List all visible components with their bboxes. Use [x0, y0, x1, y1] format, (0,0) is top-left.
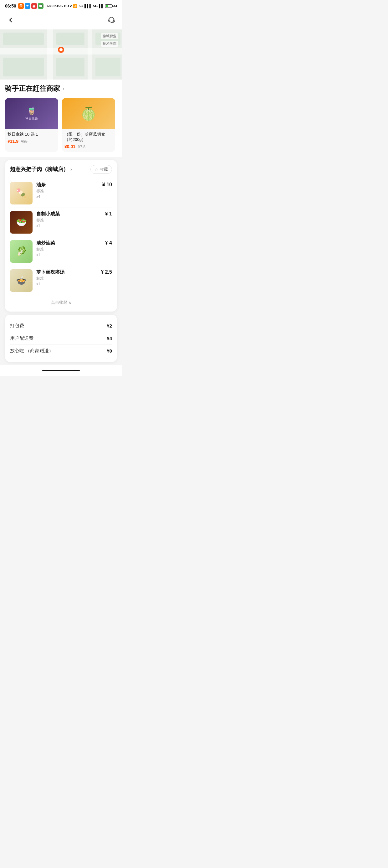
item-image-3: 🍲: [10, 269, 33, 292]
bottom-bar: [0, 365, 122, 376]
svg-rect-12: [95, 58, 121, 76]
order-store[interactable]: 超意兴把子肉（聊城店） ›: [10, 166, 72, 173]
fee-value-0: ¥2: [107, 323, 112, 329]
item-qty-1: x1: [36, 224, 101, 228]
fee-label-2: 放心吃 （商家赠送）: [10, 348, 54, 354]
item-spec-0: 标准: [36, 188, 99, 194]
app-icon-meituan: 美: [18, 3, 24, 9]
item-name-1: 自制小咸菜: [36, 211, 101, 217]
svg-rect-8: [3, 58, 44, 76]
order-item-0: 🍡 油条 标准 x4 ¥ 10: [10, 179, 112, 208]
fee-value-2: ¥0: [107, 348, 112, 353]
promo-info-1: （限一份）哈密瓜切盒（约200g） ¥0.01 ¥7.8: [62, 129, 115, 152]
app-icon-blue: ☂: [25, 3, 30, 9]
favorite-button[interactable]: ☆ 收藏: [90, 165, 112, 174]
fee-value-1: ¥4: [107, 336, 112, 341]
item-image-0: 🍡: [10, 182, 33, 205]
item-name-0: 油条: [36, 182, 99, 188]
signal-5g: 5G: [78, 4, 83, 8]
app-icon-green: 💬: [38, 3, 43, 9]
item-info-3: 萝卜丝疙瘩汤 标准 x1: [36, 269, 97, 286]
item-name-3: 萝卜丝疙瘩汤: [36, 269, 97, 275]
rider-status-text: 骑手正在赶往商家: [5, 84, 60, 93]
promo-scroll: 🧋 秋日拿铁 秋日拿铁 10 选 1 ¥11.9 ¥35 🍈 （限一份）哈密瓜切…: [5, 98, 117, 152]
collapse-label: 点击收起: [51, 300, 67, 305]
fee-row-0: 打包费 ¥2: [10, 320, 112, 332]
item-info-0: 油条 标准 x4: [36, 182, 99, 199]
promo-orig-1: ¥7.8: [78, 145, 86, 149]
back-button[interactable]: [5, 14, 16, 26]
rider-status-bar[interactable]: 骑手正在赶往商家 ›: [0, 80, 122, 98]
status-time: 06:50: [5, 3, 16, 8]
svg-point-0: [109, 17, 114, 22]
battery-percent: 33: [113, 4, 117, 8]
signal-bars: ▌▌▌: [85, 4, 92, 8]
collapse-icon: ∧: [68, 300, 71, 305]
store-chevron: ›: [70, 166, 72, 172]
promo-info-0: 秋日拿铁 10 选 1 ¥11.9 ¥35: [5, 129, 58, 147]
promo-card-1[interactable]: 🍈 （限一份）哈密瓜切盒（约200g） ¥0.01 ¥7.8: [62, 98, 115, 152]
fee-row-1: 用户配送费 ¥4: [10, 332, 112, 345]
svg-rect-10: [56, 58, 85, 76]
chevron-right-icon: ›: [63, 86, 64, 91]
star-icon: ☆: [95, 167, 99, 172]
item-price-3: ¥ 2.5: [101, 269, 112, 275]
status-left: 06:50 美 ☂ ◉ 💬: [5, 3, 43, 9]
signal-5g-2: 5G: [93, 4, 98, 8]
order-card: 超意兴把子肉（聊城店） › ☆ 收藏 🍡 油条 标准 x4 ¥ 10 🥗 自制小…: [5, 160, 117, 312]
app-icon-red: ◉: [31, 3, 37, 9]
home-indicator: [42, 370, 80, 371]
item-price-1: ¥ 1: [105, 211, 112, 217]
network-speed: 68.0 KB/S: [47, 4, 63, 8]
promo-name-1: （限一份）哈密瓜切盒（约200g）: [64, 132, 112, 143]
order-item-3: 🍲 萝卜丝疙瘩汤 标准 x1 ¥ 2.5: [10, 266, 112, 295]
svg-point-14: [60, 48, 63, 51]
fee-section: 打包费 ¥2 用户配送费 ¥4 放心吃 （商家赠送） ¥0: [5, 315, 117, 362]
fee-label-1: 用户配送费: [10, 335, 33, 341]
svg-rect-9: [56, 33, 85, 45]
svg-rect-6: [88, 29, 92, 80]
promo-strip: 🧋 秋日拿铁 秋日拿铁 10 选 1 ¥11.9 ¥35 🍈 （限一份）哈密瓜切…: [0, 98, 122, 157]
favorite-label: 收藏: [100, 166, 108, 172]
item-spec-2: 标准: [36, 247, 101, 252]
item-qty-2: x1: [36, 253, 101, 257]
map-label-1: 聊城职业: [101, 33, 118, 39]
status-app-icons: 美 ☂ ◉ 💬: [18, 3, 43, 9]
item-info-2: 清炒油菜 标准 x1: [36, 240, 101, 257]
hd-label: HD 2: [64, 4, 72, 8]
item-image-2: 🥬: [10, 240, 33, 263]
promo-card-0[interactable]: 🧋 秋日拿铁 秋日拿铁 10 选 1 ¥11.9 ¥35: [5, 98, 58, 152]
headset-button[interactable]: [106, 14, 117, 26]
item-price-0: ¥ 10: [102, 182, 112, 188]
collapse-toggle[interactable]: 点击收起 ∧: [10, 295, 112, 307]
item-image-1: 🥗: [10, 211, 33, 234]
item-spec-3: 标准: [36, 276, 97, 281]
signal-bars-2: ▌▌: [99, 4, 104, 8]
status-bar: 06:50 美 ☂ ◉ 💬 68.0 KB/S HD 2 📶 5G ▌▌▌ 5G…: [0, 0, 122, 11]
promo-name-0: 秋日拿铁 10 选 1: [7, 132, 56, 137]
item-name-2: 清炒油菜: [36, 240, 101, 246]
order-item-1: 🥗 自制小咸菜 标准 x1 ¥ 1: [10, 208, 112, 237]
item-qty-3: x1: [36, 282, 97, 286]
order-header: 超意兴把子肉（聊城店） › ☆ 收藏: [10, 165, 112, 174]
promo-price-0: ¥11.9: [7, 139, 19, 144]
map-label-2: 技术学院: [101, 41, 118, 46]
order-item-2: 🥬 清炒油菜 标准 x1 ¥ 4: [10, 237, 112, 266]
promo-orig-0: ¥35: [21, 140, 28, 144]
wifi-icon: 📶: [73, 4, 77, 8]
fee-row-2: 放心吃 （商家赠送） ¥0: [10, 345, 112, 357]
header: [0, 11, 122, 29]
status-right: 68.0 KB/S HD 2 📶 5G ▌▌▌ 5G ▌▌ 33: [47, 4, 117, 8]
promo-price-1: ¥0.01: [64, 144, 75, 149]
item-info-1: 自制小咸菜 标准 x1: [36, 211, 101, 228]
store-name: 超意兴把子肉（聊城店）: [10, 166, 68, 173]
battery-fill: [106, 5, 108, 7]
item-spec-1: 标准: [36, 218, 101, 223]
svg-rect-1: [108, 20, 109, 22]
item-qty-0: x4: [36, 194, 99, 199]
fee-label-0: 打包费: [10, 323, 24, 329]
map-section: 聊城职业 技术学院: [0, 29, 122, 80]
svg-rect-7: [3, 33, 44, 45]
item-price-2: ¥ 4: [105, 240, 112, 246]
battery-indicator: [105, 4, 112, 8]
